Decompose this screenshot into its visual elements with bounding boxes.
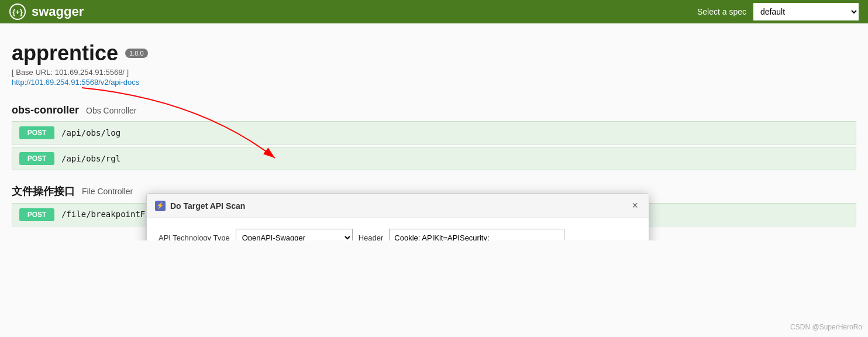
logo-text: swagger	[32, 4, 84, 19]
dialog-close-button[interactable]: ×	[629, 200, 640, 212]
section-obs-title: obs-conroller	[12, 104, 79, 116]
endpoint-path-rgl: /api/obs/rgl	[61, 154, 120, 163]
method-badge-post-3: POST	[19, 208, 54, 221]
api-tech-label: API Technology Type	[159, 233, 230, 241]
dialog-title-icon: ⚡	[155, 201, 166, 211]
section-obs-controller: obs-conroller Obs Conroller	[12, 104, 856, 116]
app-title-row: apprentice 1.0.0	[12, 41, 856, 66]
api-technology-select[interactable]: OpenAPI-Swagger	[236, 229, 353, 240]
header-right: Select a spec default	[697, 3, 859, 20]
dialog-body: API Technology Type OpenAPI-Swagger Head…	[147, 218, 649, 240]
scan-dialog: ⚡ Do Target API Scan × API Technology Ty…	[146, 193, 649, 240]
api-docs-link[interactable]: http://101.69.254.91:5568/v2/api-docs	[12, 78, 139, 87]
swagger-icon: {+}	[9, 4, 26, 20]
dialog-header: ⚡ Do Target API Scan ×	[147, 194, 649, 218]
section-obs-subtitle: Obs Conroller	[86, 106, 136, 115]
app-header: {+} swagger Select a spec default	[0, 0, 868, 23]
section-file-title: 文件操作接口	[12, 184, 75, 198]
header-label: Header	[359, 233, 384, 241]
section-file-subtitle: File Controller	[82, 187, 133, 196]
header-input[interactable]	[389, 229, 564, 240]
version-badge: 1.0.0	[125, 49, 147, 58]
main-content: apprentice 1.0.0 [ Base URL: 101.69.254.…	[0, 23, 868, 240]
logo: {+} swagger	[9, 4, 84, 20]
endpoint-row-rgl[interactable]: POST /api/obs/rgl	[12, 147, 856, 170]
endpoint-row-log[interactable]: POST /api/obs/log	[12, 121, 856, 145]
dialog-row-1: API Technology Type OpenAPI-Swagger Head…	[159, 229, 637, 240]
spec-select[interactable]: default	[753, 3, 859, 20]
method-badge-post-2: POST	[19, 152, 54, 165]
select-spec-label: Select a spec	[697, 7, 746, 16]
method-badge-post: POST	[19, 126, 54, 139]
app-name: apprentice	[12, 41, 118, 66]
dialog-title: ⚡ Do Target API Scan	[155, 201, 245, 211]
endpoint-path-log: /api/obs/log	[61, 128, 120, 137]
base-url-label: [ Base URL: 101.69.254.91:5568/ ]	[12, 68, 856, 77]
dialog-title-text: Do Target API Scan	[170, 201, 245, 211]
